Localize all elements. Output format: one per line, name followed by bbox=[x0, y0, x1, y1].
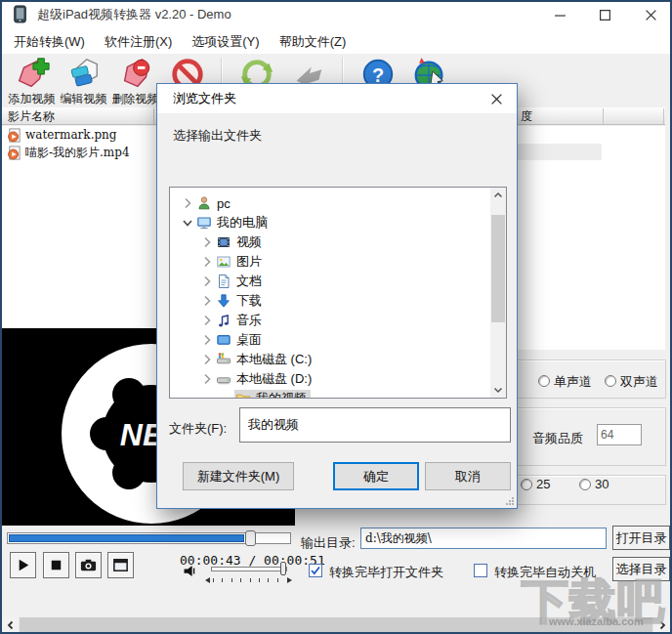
tree-item-label: 图片 bbox=[236, 253, 262, 271]
speaker-icon[interactable] bbox=[182, 563, 198, 579]
tree-item[interactable]: 桌面 bbox=[170, 330, 490, 350]
tree-item[interactable]: 我的视频 bbox=[170, 389, 490, 399]
tree-item-content[interactable]: 图片 bbox=[215, 253, 266, 271]
seek-progress bbox=[9, 534, 244, 542]
fps-25-label: 25 bbox=[536, 477, 550, 491]
folder-name-input[interactable] bbox=[239, 407, 511, 443]
tree-item-label: 我的电脑 bbox=[217, 214, 268, 232]
tree-item-content[interactable]: 我的电脑 bbox=[195, 214, 272, 232]
file-name: watermark.png bbox=[25, 128, 117, 142]
tree-item-content[interactable]: 下载 bbox=[215, 292, 266, 310]
tree-item-content[interactable]: 本地磁盘 (D:) bbox=[215, 370, 315, 388]
chevron-right-icon[interactable] bbox=[199, 332, 215, 348]
cancel-button[interactable]: 取消 bbox=[425, 462, 511, 490]
chevron-right-icon[interactable] bbox=[199, 313, 215, 328]
minimize-button[interactable] bbox=[538, 0, 581, 29]
tree-item-content[interactable]: 视频 bbox=[215, 233, 266, 251]
audio-quality-input[interactable] bbox=[597, 424, 642, 445]
column-divider[interactable] bbox=[603, 108, 604, 124]
picture-icon bbox=[216, 254, 231, 270]
tree-item[interactable]: 图片 bbox=[170, 252, 490, 272]
tree-scroll-down-arrow[interactable] bbox=[490, 382, 506, 398]
tree-item[interactable]: 本地磁盘 (C:) bbox=[170, 350, 490, 369]
file-list-item[interactable]: 喵影-我的影片.mp4 bbox=[2, 144, 156, 161]
tree-item-label: 桌面 bbox=[236, 331, 262, 349]
fps-30-label: 30 bbox=[595, 477, 609, 491]
menu-item[interactable]: 选项设置(Y) bbox=[182, 29, 269, 54]
open-folder-checkbox[interactable] bbox=[309, 564, 322, 577]
tree-item[interactable]: 本地磁盘 (D:) bbox=[170, 369, 490, 389]
scroll-left-arrow[interactable] bbox=[2, 617, 19, 632]
volume-ticks bbox=[213, 578, 285, 582]
mono-label: 单声道 bbox=[554, 373, 592, 391]
tree-item-label: 本地磁盘 (D:) bbox=[236, 370, 312, 388]
chevron-right-icon[interactable] bbox=[199, 371, 215, 387]
column-header-partial[interactable]: 度 bbox=[521, 108, 532, 125]
dialog-close-button[interactable] bbox=[476, 84, 517, 113]
toolbar-add-video-button[interactable]: 添加视频 bbox=[6, 56, 58, 107]
seek-bar[interactable] bbox=[7, 532, 291, 544]
drive-icon bbox=[216, 371, 231, 387]
stop-button[interactable] bbox=[43, 552, 69, 578]
output-dir-input[interactable] bbox=[360, 528, 607, 549]
seek-thumb[interactable] bbox=[245, 530, 256, 546]
snapshot-button[interactable] bbox=[75, 552, 102, 578]
chevron-right-icon[interactable] bbox=[199, 234, 215, 250]
close-button[interactable] bbox=[629, 0, 672, 29]
tree-item-label: 我的视频 bbox=[256, 390, 307, 399]
maximize-button[interactable] bbox=[583, 0, 626, 29]
add-video-icon bbox=[14, 56, 51, 93]
app-window: 超级iPad视频转换器 v2.20 - Demo 开始转换(W)软件注册(X)选… bbox=[0, 0, 672, 634]
column-header-filename[interactable]: 影片名称 bbox=[8, 108, 55, 125]
chevron-right-icon[interactable] bbox=[180, 195, 195, 211]
computer-icon bbox=[196, 215, 212, 231]
open-dir-button[interactable]: 打开目录 bbox=[612, 526, 670, 550]
frame-button[interactable] bbox=[107, 552, 134, 578]
shutdown-checkbox[interactable] bbox=[474, 564, 487, 577]
column-divider[interactable] bbox=[153, 108, 154, 124]
tree-item[interactable]: 视频 bbox=[170, 232, 490, 252]
scrollbar-thumb[interactable] bbox=[20, 617, 652, 632]
menu-item[interactable]: 软件注册(X) bbox=[95, 29, 182, 54]
toolbar-edit-video-button[interactable]: 编辑视频 bbox=[58, 56, 109, 107]
tree-scrollbar[interactable] bbox=[490, 188, 506, 398]
fps-30-radio[interactable] bbox=[579, 479, 591, 490]
tree-item[interactable]: 音乐 bbox=[170, 311, 490, 330]
chevron-right-icon[interactable] bbox=[199, 352, 215, 367]
tree-item-content[interactable]: 音乐 bbox=[215, 312, 266, 329]
chevron-down-icon[interactable] bbox=[180, 215, 195, 231]
menu-item[interactable]: 开始转换(W) bbox=[4, 29, 95, 54]
volume-tick-right-arrow bbox=[287, 577, 292, 583]
mono-radio[interactable] bbox=[538, 375, 550, 387]
edit-video-icon bbox=[65, 56, 103, 93]
ok-button[interactable]: 确定 bbox=[333, 462, 419, 490]
tree-item-content[interactable]: 文档 bbox=[215, 273, 266, 290]
dialog-resize-grip[interactable] bbox=[505, 496, 515, 506]
tree-item-content[interactable]: 我的视频 bbox=[234, 390, 311, 399]
tree-item[interactable]: 我的电脑 bbox=[170, 213, 490, 232]
column-divider[interactable] bbox=[663, 108, 664, 124]
fps-25-radio[interactable] bbox=[521, 479, 532, 490]
tree-item[interactable]: 文档 bbox=[170, 272, 490, 291]
tree-scrollbar-thumb[interactable] bbox=[491, 215, 505, 322]
chevron-right-icon[interactable] bbox=[199, 293, 215, 309]
tree-item[interactable]: 下载 bbox=[170, 291, 490, 311]
menu-item[interactable]: 帮助文件(Z) bbox=[270, 29, 357, 54]
tree-scroll-up-arrow[interactable] bbox=[490, 188, 506, 203]
toolbar-delete-video-button[interactable]: 删除视频 bbox=[109, 56, 161, 107]
chevron-right-icon[interactable] bbox=[199, 274, 215, 289]
tree-item-content[interactable]: pc bbox=[195, 194, 234, 212]
play-button[interactable] bbox=[10, 552, 36, 578]
horizontal-scrollbar[interactable] bbox=[2, 617, 670, 632]
file-list-item[interactable]: watermark.png bbox=[2, 126, 156, 144]
volume-thumb[interactable] bbox=[280, 562, 286, 575]
volume-slider[interactable] bbox=[211, 567, 287, 571]
scroll-right-arrow[interactable] bbox=[653, 617, 670, 632]
tree-item-content[interactable]: 本地磁盘 (C:) bbox=[215, 351, 315, 368]
chevron-right-icon[interactable] bbox=[199, 254, 215, 270]
select-dir-button[interactable]: 选择目录 bbox=[612, 557, 670, 581]
new-folder-button[interactable]: 新建文件夹(M) bbox=[183, 462, 294, 490]
stereo-radio[interactable] bbox=[605, 375, 616, 387]
tree-item[interactable]: pc bbox=[170, 193, 490, 213]
tree-item-content[interactable]: 桌面 bbox=[215, 331, 266, 349]
